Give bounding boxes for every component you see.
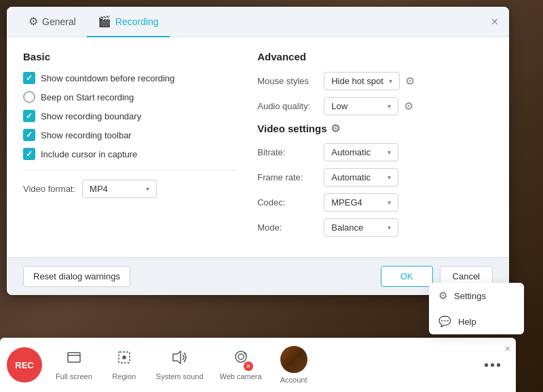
chevron-down-icon: ▾ (388, 199, 391, 206)
svg-point-6 (244, 353, 246, 355)
video-settings-section: Video settings ⚙ (257, 122, 493, 135)
video-settings-gear-icon[interactable]: ⚙ (331, 122, 340, 135)
codec-dropdown[interactable]: MPEG4 ▾ (324, 193, 398, 212)
video-format-dropdown[interactable]: MP4 ▾ (82, 180, 157, 198)
section-divider (23, 170, 237, 170)
mouse-styles-label: Mouse styles (257, 76, 318, 86)
mouse-styles-value: Hide hot spot (331, 76, 383, 86)
radio-beep[interactable] (23, 91, 35, 103)
chevron-down-icon: ▾ (388, 149, 391, 156)
mouse-styles-dropdown[interactable]: Hide hot spot ▾ (324, 72, 400, 90)
web-camera-label: Web camera (220, 372, 262, 380)
chevron-down-icon: ▾ (389, 77, 392, 85)
svg-marker-3 (173, 351, 181, 364)
option-boundary: Show recording boundary (23, 110, 237, 122)
dialog-body: Basic Show countdown before recording Be… (7, 37, 509, 257)
toolbar-item-region[interactable]: Region (100, 345, 148, 385)
frame-rate-dropdown[interactable]: Automatic ▾ (324, 168, 398, 187)
more-dots-icon: ••• (484, 357, 502, 373)
bitrate-label: Bitrate: (257, 147, 318, 157)
mode-dropdown[interactable]: Balance ▾ (324, 218, 398, 237)
frame-rate-row: Frame rate: Automatic ▾ (257, 168, 493, 187)
recording-tab-icon: 🎬 (98, 15, 111, 28)
option-countdown: Show countdown before recording (23, 72, 237, 84)
chevron-down-icon: ▾ (388, 102, 391, 110)
toolbar-close-button[interactable]: × (505, 343, 510, 354)
audio-quality-gear-icon[interactable]: ⚙ (404, 100, 413, 113)
bitrate-value: Automatic (331, 147, 382, 157)
web-camera-icon: ✕ (231, 349, 250, 370)
basic-title: Basic (23, 51, 237, 62)
region-label: Region (112, 372, 136, 380)
tab-recording[interactable]: 🎬 Recording (87, 7, 170, 37)
system-sound-label: System sound (156, 372, 204, 380)
advanced-title: Advanced (257, 51, 493, 62)
toolbar-more-button[interactable]: ••• (477, 353, 509, 377)
toolbar-item-account[interactable]: Account (270, 342, 318, 388)
option-beep: Beep on Start recording (23, 91, 237, 103)
basic-section: Basic Show countdown before recording Be… (23, 51, 237, 243)
checkbox-countdown[interactable] (23, 72, 35, 84)
checkbox-cursor[interactable] (23, 148, 35, 160)
svg-point-2 (123, 356, 126, 359)
dialog-close-button[interactable]: × (488, 13, 501, 31)
svg-point-5 (238, 354, 244, 359)
svg-rect-0 (68, 353, 80, 362)
audio-quality-dropdown[interactable]: Low ▾ (324, 97, 398, 115)
advanced-section: Advanced Mouse styles Hide hot spot ▾ ⚙ … (257, 51, 493, 243)
video-settings-label: Video settings (257, 123, 326, 134)
option-toolbar-label: Show recording toolbar (41, 130, 132, 140)
option-boundary-label: Show recording boundary (41, 111, 141, 121)
account-label: Account (280, 376, 307, 384)
ok-button[interactable]: OK (381, 266, 433, 287)
tab-recording-label: Recording (115, 16, 159, 27)
option-toolbar: Show recording toolbar (23, 129, 237, 141)
chevron-down-icon: ▾ (388, 224, 391, 231)
codec-row: Codec: MPEG4 ▾ (257, 193, 493, 212)
codec-label: Codec: (257, 197, 318, 208)
gear-tab-icon: ⚙ (29, 15, 38, 28)
option-cursor-label: Include cursor in capture (41, 149, 137, 159)
frame-rate-value: Automatic (331, 172, 382, 182)
mode-row: Mode: Balance ▾ (257, 218, 493, 237)
toolbar-item-system-sound[interactable]: System sound (148, 345, 212, 385)
context-menu: ⚙ Settings 💬 Help (429, 283, 524, 334)
system-sound-icon (170, 349, 189, 370)
avatar (280, 346, 307, 373)
toolbar-item-web-camera[interactable]: ✕ Web camera (212, 345, 270, 385)
fullscreen-label: Full screen (56, 372, 92, 380)
settings-menu-icon: ⚙ (438, 290, 447, 302)
audio-quality-label: Audio quality: (257, 101, 318, 111)
mouse-styles-row: Mouse styles Hide hot spot ▾ ⚙ (257, 72, 493, 90)
video-format-label: Video format: (23, 184, 75, 194)
camera-disabled-badge: ✕ (244, 361, 253, 371)
bitrate-dropdown[interactable]: Automatic ▾ (324, 143, 398, 161)
bitrate-row: Bitrate: Automatic ▾ (257, 143, 493, 161)
checkbox-toolbar[interactable] (23, 129, 35, 141)
audio-quality-row: Audio quality: Low ▾ ⚙ (257, 97, 493, 115)
option-cursor: Include cursor in capture (23, 148, 237, 160)
tab-bar: ⚙ General 🎬 Recording × (7, 7, 509, 37)
option-countdown-label: Show countdown before recording (41, 73, 174, 83)
menu-item-help[interactable]: 💬 Help (429, 309, 524, 334)
video-format-value: MP4 (90, 184, 141, 194)
toolbar-item-fullscreen[interactable]: Full screen (48, 345, 100, 385)
rec-label: REC (15, 360, 33, 370)
reset-warnings-button[interactable]: Reset dialog warnings (23, 266, 130, 287)
menu-item-settings[interactable]: ⚙ Settings (429, 283, 524, 309)
frame-rate-label: Frame rate: (257, 172, 318, 182)
tab-general-label: General (42, 16, 76, 27)
checkbox-boundary[interactable] (23, 110, 35, 122)
help-menu-label: Help (458, 317, 476, 327)
region-icon (116, 349, 132, 370)
tab-general[interactable]: ⚙ General (18, 7, 87, 37)
mouse-styles-gear-icon[interactable]: ⚙ (405, 75, 415, 87)
audio-quality-value: Low (331, 101, 382, 111)
video-format-row: Video format: MP4 ▾ (23, 180, 237, 198)
chevron-down-icon: ▾ (388, 174, 391, 181)
rec-button[interactable]: REC (7, 347, 42, 383)
recording-toolbar: REC Full screen Region System so (0, 338, 516, 392)
chevron-down-icon: ▾ (146, 185, 149, 193)
codec-value: MPEG4 (331, 197, 382, 208)
settings-menu-label: Settings (454, 291, 486, 301)
